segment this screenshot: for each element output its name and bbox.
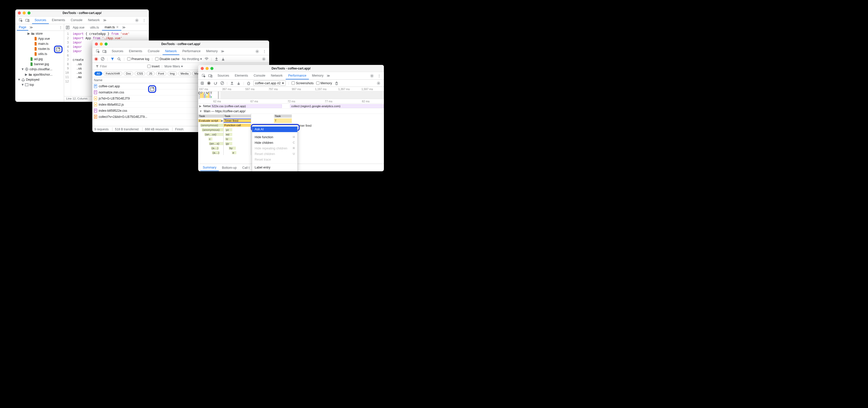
- zoom-window-icon[interactable]: [28, 11, 31, 14]
- more-tabs-icon[interactable]: ≫: [29, 25, 33, 30]
- filter-input[interactable]: Filter: [94, 64, 145, 69]
- chip-font[interactable]: Font: [156, 71, 166, 76]
- flame-frame[interactable]: (a…): [211, 147, 219, 150]
- tab-memory[interactable]: Memory: [204, 48, 220, 55]
- more-tabs-icon[interactable]: ≫: [122, 25, 126, 30]
- main-track-header[interactable]: ▼Main — https://coffee-cart.app/: [198, 109, 384, 114]
- tab-call-tree[interactable]: Call t: [240, 165, 252, 171]
- tree-group-deployed[interactable]: ▼Deployed: [15, 77, 64, 82]
- tree-file[interactable]: utils.ts: [15, 51, 64, 57]
- clear-icon[interactable]: [100, 57, 104, 61]
- tree-folder[interactable]: ▶ajax/libs/nor...: [15, 72, 64, 77]
- zoom-window-icon[interactable]: [210, 67, 213, 70]
- menu-hide-function[interactable]: Hide functionH: [252, 135, 298, 140]
- overview-strip[interactable]: CPU NET: [198, 91, 384, 99]
- tab-console[interactable]: Console: [251, 72, 268, 80]
- settings-icon[interactable]: [254, 48, 260, 55]
- tab-network[interactable]: Network: [86, 17, 102, 24]
- tree-folder-store[interactable]: ▶store: [15, 31, 64, 36]
- more-menu-icon[interactable]: ⋮: [57, 24, 64, 31]
- chip-doc[interactable]: Doc: [124, 71, 133, 76]
- ai-icon[interactable]: [56, 47, 60, 52]
- close-window-icon[interactable]: [201, 67, 204, 70]
- minimize-window-icon[interactable]: [206, 67, 209, 70]
- device-toggle-icon[interactable]: [25, 18, 30, 22]
- flame-frame[interactable]: wz: [225, 133, 232, 136]
- chip-fetch[interactable]: Fetch/XHR: [103, 71, 122, 76]
- inspect-element-icon[interactable]: [96, 49, 100, 54]
- chip-all[interactable]: All: [94, 71, 102, 76]
- clear-icon[interactable]: [220, 81, 224, 85]
- home-icon[interactable]: [247, 81, 251, 85]
- record-button[interactable]: [94, 57, 98, 61]
- memory-checkbox[interactable]: Memory: [316, 82, 332, 85]
- tree-domain[interactable]: ▼cdnjs.cloudflar...: [15, 67, 64, 72]
- record-button[interactable]: [207, 81, 211, 85]
- more-menu-icon[interactable]: ⋮: [141, 17, 147, 24]
- flame-frame[interactable]: e: [232, 151, 236, 154]
- chip-media[interactable]: Media: [178, 71, 191, 76]
- flame-evaluate[interactable]: Evaluate script: [198, 119, 221, 122]
- ai-icon[interactable]: [150, 87, 154, 91]
- disable-cache-checkbox[interactable]: Disable cache: [155, 57, 180, 61]
- zoom-ruler[interactable]: 62 ms67 ms72 ms77 ms82 ms: [198, 99, 384, 104]
- more-tabs-icon[interactable]: ≫: [103, 18, 107, 22]
- record-toggle-icon[interactable]: [200, 81, 204, 85]
- tree-frame-top[interactable]: ▼top: [15, 82, 64, 87]
- sidebar-tab-page[interactable]: Page: [17, 24, 28, 31]
- more-menu-icon[interactable]: ⋮: [261, 48, 268, 55]
- preserve-log-checkbox[interactable]: Preserve log: [127, 57, 149, 61]
- screenshots-checkbox[interactable]: Screenshots: [291, 82, 313, 85]
- flame-frame[interactable]: (an…us): [204, 133, 223, 136]
- zoom-window-icon[interactable]: [104, 42, 107, 46]
- tab-sources[interactable]: Sources: [32, 17, 49, 24]
- file-tab-active[interactable]: main.ts✕: [102, 24, 121, 31]
- flame-task[interactable]: Task: [198, 115, 223, 118]
- close-icon[interactable]: ✕: [116, 25, 119, 29]
- network-conditions-icon[interactable]: [205, 57, 209, 61]
- flame-function-call[interactable]: Function call: [224, 124, 251, 127]
- flame-event[interactable]: T: [274, 119, 277, 122]
- flame-task[interactable]: Task: [274, 115, 292, 118]
- flame-frame[interactable]: (a…): [212, 151, 220, 154]
- settings-icon[interactable]: [375, 80, 382, 87]
- more-tabs-icon[interactable]: ≫: [221, 49, 225, 54]
- flame-frame[interactable]: gy: [225, 142, 232, 145]
- flame-task[interactable]: Task: [224, 115, 251, 118]
- download-icon[interactable]: [221, 57, 225, 61]
- file-tab[interactable]: App.vue: [70, 25, 87, 30]
- close-window-icon[interactable]: [95, 42, 98, 46]
- chip-css[interactable]: CSS: [134, 71, 145, 76]
- upload-icon[interactable]: [214, 57, 219, 61]
- tree-file[interactable]: ad.jpg: [15, 57, 64, 62]
- network-span[interactable]: collect (region1.google-analytics.com): [290, 104, 384, 108]
- settings-icon[interactable]: [369, 72, 375, 79]
- tab-elements[interactable]: Elements: [126, 48, 145, 55]
- tab-network[interactable]: Network: [162, 48, 179, 55]
- flame-frame[interactable]: by: [229, 147, 236, 150]
- download-icon[interactable]: [237, 81, 241, 85]
- flame-frame[interactable]: yz: [225, 128, 232, 131]
- flame-frame[interactable]: (an…s): [209, 142, 223, 145]
- flame-anonymous[interactable]: (anonymous): [202, 128, 223, 131]
- recording-select[interactable]: coffee-cart.app #2▾: [253, 81, 286, 86]
- tab-performance[interactable]: Performance: [286, 72, 309, 80]
- network-span[interactable]: 522e.css (coffee-cart.app): [211, 104, 282, 108]
- flame-timer-fired[interactable]: Timer fired: [224, 119, 251, 122]
- settings-icon[interactable]: [260, 56, 267, 62]
- invert-checkbox[interactable]: Invert: [147, 65, 159, 68]
- tree-file[interactable]: main.ts: [15, 41, 64, 46]
- menu-label-entry[interactable]: Label entry: [252, 165, 298, 170]
- watch-icon[interactable]: [66, 25, 70, 30]
- tab-elements[interactable]: Elements: [49, 17, 68, 24]
- flame-frame[interactable]: tz: [225, 138, 232, 141]
- tree-file[interactable]: App.vue: [15, 36, 64, 41]
- tab-sources[interactable]: Sources: [109, 48, 126, 55]
- inspect-element-icon[interactable]: [202, 74, 206, 78]
- tab-memory[interactable]: Memory: [309, 72, 326, 80]
- tab-console[interactable]: Console: [68, 17, 85, 24]
- tab-sources[interactable]: Sources: [215, 72, 232, 80]
- flame-frame[interactable]: c: [208, 138, 212, 141]
- menu-link-entries[interactable]: Link entries: [252, 170, 298, 171]
- flame-anonymous[interactable]: (anonymous): [200, 124, 223, 127]
